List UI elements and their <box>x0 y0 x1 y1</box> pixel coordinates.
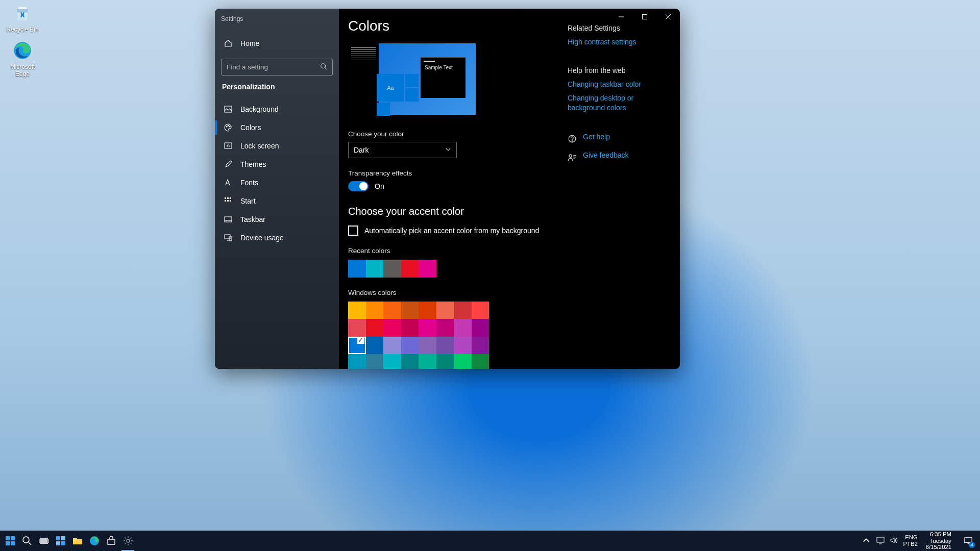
grid-icon <box>224 197 232 205</box>
windows-color-swatch[interactable] <box>419 319 436 337</box>
windows-color-swatch[interactable] <box>348 319 366 337</box>
recent-color-swatch[interactable] <box>383 260 401 278</box>
desktop-icon-edge[interactable]: Microsoft Edge <box>3 40 42 78</box>
windows-color-swatch[interactable] <box>472 337 489 355</box>
recent-color-swatch[interactable] <box>366 260 384 278</box>
nav-start[interactable]: Start <box>215 192 339 210</box>
nav-label: Taskbar <box>240 215 265 223</box>
search-box[interactable] <box>221 59 333 76</box>
search-button[interactable] <box>18 531 35 551</box>
auto-pick-checkbox[interactable] <box>348 226 358 236</box>
home-icon <box>224 39 232 47</box>
tray-volume-icon[interactable] <box>890 536 898 546</box>
recent-color-swatch[interactable] <box>348 260 366 278</box>
palette-icon <box>224 123 232 132</box>
windows-color-swatch[interactable] <box>419 337 436 355</box>
windows-color-swatch[interactable] <box>419 354 436 369</box>
svg-rect-35 <box>877 537 884 542</box>
windows-color-swatch[interactable] <box>366 337 384 355</box>
page-title: Colors <box>348 18 557 34</box>
windows-color-swatch[interactable] <box>454 337 472 355</box>
transparency-toggle[interactable] <box>348 181 369 191</box>
nav-device-usage[interactable]: Device usage <box>215 229 339 247</box>
windows-color-swatch[interactable] <box>366 302 384 319</box>
recent-color-swatch[interactable] <box>419 260 436 278</box>
windows-color-swatch[interactable] <box>472 302 489 319</box>
search-input[interactable] <box>227 63 320 71</box>
svg-rect-8 <box>225 197 226 199</box>
svg-rect-26 <box>40 538 48 544</box>
related-heading: Related Settings <box>568 24 669 32</box>
link-get-help[interactable]: Get help <box>583 132 610 142</box>
nav-home[interactable]: Home <box>215 34 339 53</box>
windows-color-swatch[interactable] <box>383 354 401 369</box>
tray-overflow-button[interactable] <box>861 536 871 546</box>
windows-color-swatch[interactable] <box>401 337 419 355</box>
recent-color-swatch[interactable] <box>401 260 419 278</box>
maximize-button[interactable] <box>633 9 656 25</box>
taskbar: ENGPTB2 6:35 PMTuesday6/15/2021 4 <box>0 531 980 551</box>
link-high-contrast[interactable]: High contrast settings <box>568 37 669 47</box>
nav-background[interactable]: Background <box>215 100 339 118</box>
choose-color-dropdown[interactable]: Dark <box>348 142 457 158</box>
file-explorer-button[interactable] <box>69 531 86 551</box>
windows-color-swatch[interactable] <box>436 302 454 319</box>
windows-color-swatch[interactable] <box>454 319 472 337</box>
windows-color-swatch[interactable] <box>472 354 489 369</box>
edge-taskbar-button[interactable] <box>86 531 103 551</box>
windows-color-swatch[interactable] <box>401 354 419 369</box>
windows-color-swatch[interactable] <box>348 337 366 355</box>
svg-rect-3 <box>225 106 232 112</box>
windows-color-swatch[interactable] <box>401 319 419 337</box>
windows-color-swatch[interactable] <box>348 302 366 319</box>
link-give-feedback[interactable]: Give feedback <box>583 151 629 160</box>
edge-icon <box>12 40 33 61</box>
nav-lock-screen[interactable]: Lock screen <box>215 137 339 155</box>
windows-color-swatch[interactable] <box>436 354 454 369</box>
nav-themes[interactable]: Themes <box>215 155 339 173</box>
windows-color-swatch[interactable] <box>454 302 472 319</box>
nav-label: Start <box>240 197 256 205</box>
widgets-button[interactable] <box>52 531 69 551</box>
svg-rect-28 <box>47 539 49 543</box>
tray-display-icon[interactable] <box>876 536 885 546</box>
tray-clock[interactable]: 6:35 PMTuesday6/15/2021 <box>923 531 954 550</box>
action-center-button[interactable]: 4 <box>960 531 977 551</box>
link-taskbar-color[interactable]: Changing taskbar color <box>568 80 669 89</box>
windows-color-swatch[interactable] <box>366 319 384 337</box>
dropdown-value: Dark <box>354 146 369 154</box>
close-button[interactable] <box>656 9 680 25</box>
nav-taskbar[interactable]: Taskbar <box>215 210 339 229</box>
windows-color-swatch[interactable] <box>383 302 401 319</box>
svg-point-18 <box>572 141 572 141</box>
minimize-button[interactable] <box>609 9 633 25</box>
svg-point-6 <box>229 126 230 127</box>
windows-color-swatch[interactable] <box>454 354 472 369</box>
help-heading: Help from the web <box>568 66 669 74</box>
nav-fonts[interactable]: Fonts <box>215 173 339 192</box>
start-button[interactable] <box>2 531 18 551</box>
windows-color-swatch[interactable] <box>383 319 401 337</box>
windows-color-swatch[interactable] <box>436 319 454 337</box>
windows-color-swatch[interactable] <box>348 354 366 369</box>
device-icon <box>224 234 232 242</box>
settings-taskbar-button[interactable] <box>119 531 136 551</box>
font-icon <box>224 179 232 187</box>
task-view-button[interactable] <box>35 531 52 551</box>
sidebar: Settings Home Personalization Background… <box>215 9 339 369</box>
windows-color-swatch[interactable] <box>366 354 384 369</box>
windows-color-swatch[interactable] <box>401 302 419 319</box>
windows-color-swatch[interactable] <box>383 337 401 355</box>
windows-color-swatch[interactable] <box>472 319 489 337</box>
desktop-icon-label: Microsoft Edge <box>3 63 42 78</box>
windows-color-swatch[interactable] <box>419 302 436 319</box>
sidebar-section-title: Personalization <box>215 83 339 91</box>
store-button[interactable] <box>103 531 119 551</box>
link-desktop-color[interactable]: Changing desktop or background colors <box>568 93 669 113</box>
nav-label: Device usage <box>240 234 284 242</box>
windows-color-swatch[interactable] <box>436 337 454 355</box>
tray-language[interactable]: ENGPTB2 <box>903 534 917 547</box>
help-icon <box>568 134 577 143</box>
nav-colors[interactable]: Colors <box>215 118 339 137</box>
desktop-icon-recycle-bin[interactable]: Recycle Bin <box>3 3 42 33</box>
